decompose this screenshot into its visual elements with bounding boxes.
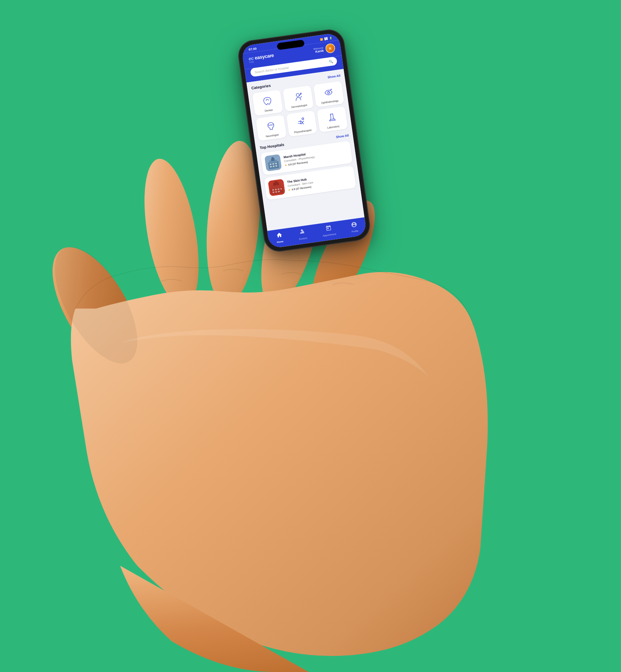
- dentist-icon: [260, 94, 274, 108]
- battery-icon: 🔋: [329, 37, 332, 40]
- svg-point-10: [328, 92, 329, 93]
- svg-point-13: [331, 119, 332, 120]
- svg-rect-23: [276, 165, 278, 167]
- svg-line-12: [330, 114, 333, 114]
- svg-rect-25: [271, 157, 274, 159]
- svg-rect-29: [272, 189, 274, 191]
- nav-appointment[interactable]: Appointment: [321, 224, 336, 237]
- marsh-hospital-info: Marsh Hospital Consultant - Physiotherap…: [283, 147, 349, 167]
- ophthalmology-icon: [321, 85, 336, 99]
- status-icons: 📶 ▊▊ 🔋: [320, 37, 332, 41]
- skin-hub-info: The Skin Hub Consultant - Skin Care ★ 4.…: [287, 171, 352, 192]
- svg-point-11: [302, 118, 304, 120]
- nav-profile[interactable]: Profile: [350, 221, 359, 233]
- welcome-area: Welcome Kanik K: [313, 43, 336, 56]
- appointment-icon: [325, 225, 332, 233]
- search-icon: 🔍: [328, 59, 333, 64]
- svg-rect-34: [275, 191, 277, 193]
- svg-rect-35: [278, 191, 280, 192]
- dermatologist-label: Dermatologist: [291, 104, 307, 109]
- welcome-text: Welcome Kanik: [313, 46, 324, 53]
- skin-hub-image: [268, 179, 285, 196]
- dermatologist-icon: [291, 90, 305, 104]
- svg-rect-21: [270, 166, 272, 168]
- doctors-icon: [298, 228, 306, 237]
- svg-rect-30: [275, 189, 277, 191]
- svg-rect-19: [272, 163, 274, 165]
- categories-show-all[interactable]: Show All: [327, 74, 341, 79]
- hospitals-show-all[interactable]: Show All: [336, 134, 349, 139]
- category-neurologist[interactable]: Neurologist: [256, 115, 286, 141]
- nav-home-label: Home: [277, 240, 283, 243]
- home-icon: [276, 232, 283, 240]
- neurologist-icon: [264, 119, 278, 133]
- physiotherapist-label: Physiotherapist: [294, 129, 312, 134]
- scene: 07:00 📶 ▊▊ 🔋 ec easycare THE: [0, 0, 621, 672]
- svg-rect-32: [280, 188, 282, 190]
- categories-grid: Dentist: [252, 81, 348, 141]
- laboratory-icon: [325, 111, 339, 125]
- svg-rect-20: [275, 163, 277, 165]
- svg-rect-22: [273, 166, 275, 167]
- nav-doctors-label: Doctors: [299, 237, 307, 240]
- categories-title: Categories: [251, 83, 271, 90]
- svg-rect-33: [272, 192, 274, 193]
- category-ophthalmology[interactable]: Ophthalmology: [313, 81, 344, 107]
- marsh-star: ★: [284, 164, 287, 167]
- svg-rect-31: [278, 188, 280, 190]
- category-laboratory[interactable]: Laboratory: [317, 106, 348, 133]
- signal-icon: ▊▊: [324, 37, 328, 40]
- nav-appointment-label: Appointment: [323, 233, 336, 237]
- neurologist-label: Neurologist: [266, 133, 279, 138]
- nav-profile-label: Profile: [351, 230, 359, 233]
- svg-point-8: [300, 93, 302, 94]
- logo-area: ec easycare THE: [248, 52, 274, 63]
- category-physiotherapist[interactable]: Physiotherapist: [286, 110, 317, 137]
- main-content: Categories Show All Den: [246, 69, 364, 231]
- hospitals-section: Top Hospitals Show All: [259, 133, 356, 200]
- svg-point-7: [296, 93, 300, 97]
- skin-hub-star: ★: [288, 188, 291, 192]
- hospitals-title: Top Hospitals: [259, 142, 284, 150]
- laboratory-label: Laboratory: [327, 124, 340, 129]
- status-time: 07:00: [248, 47, 257, 51]
- svg-rect-18: [270, 164, 272, 165]
- user-avatar[interactable]: K: [325, 43, 336, 54]
- profile-icon: [351, 221, 358, 229]
- physiotherapist-icon: [294, 115, 308, 129]
- nav-doctors[interactable]: Doctors: [297, 228, 307, 240]
- nav-home[interactable]: Home: [276, 232, 284, 243]
- wifi-icon: 📶: [320, 38, 323, 41]
- dentist-label: Dentist: [265, 108, 273, 112]
- svg-point-14: [332, 118, 333, 119]
- marsh-hospital-image: [265, 154, 282, 171]
- category-dermatologist[interactable]: Dermatologist: [283, 85, 314, 112]
- ophthalmology-label: Ophthalmology: [321, 99, 339, 105]
- category-dentist[interactable]: Dentist: [252, 89, 283, 116]
